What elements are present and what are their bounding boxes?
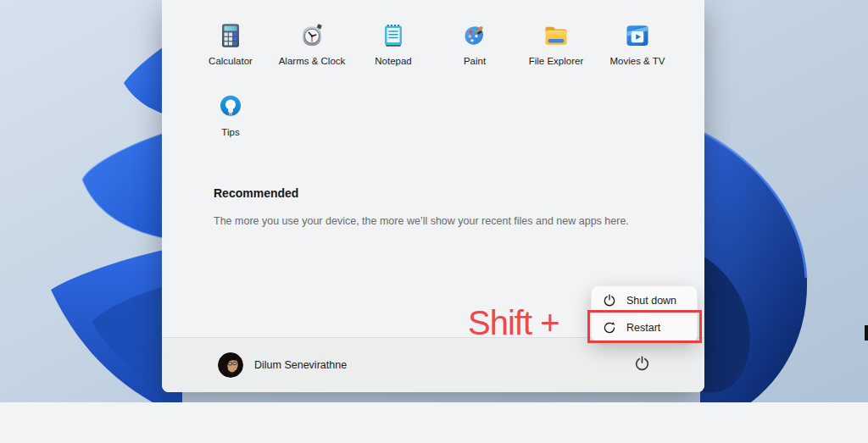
app-tile-alarms-clock[interactable]: Alarms & Clock [271, 19, 353, 90]
app-label: Movies & TV [597, 56, 678, 67]
desktop-screen: Calculator Alarms & Clock [0, 0, 868, 443]
cursor-artifact [865, 325, 868, 341]
notepad-icon [381, 23, 406, 48]
shut-down-label: Shut down [626, 295, 676, 307]
start-menu-user-bar: Dilum Senevirathne [162, 337, 704, 392]
recommended-empty-message: The more you use your device, the more w… [214, 215, 671, 227]
power-icon [634, 356, 650, 372]
app-tile-paint[interactable]: Paint [434, 19, 515, 90]
avatar-image [218, 352, 243, 378]
app-label: Tips [190, 127, 271, 138]
app-label: Notepad [353, 56, 434, 67]
app-label: Paint [434, 56, 515, 67]
user-account-button[interactable]: Dilum Senevirathne [208, 345, 357, 385]
app-tile-file-explorer[interactable]: File Explorer [515, 19, 597, 90]
app-tile-calculator[interactable]: Calculator [190, 19, 271, 90]
app-tile-tips[interactable]: Tips [190, 90, 271, 161]
power-icon [603, 294, 616, 307]
restart-highlight-box [587, 310, 702, 343]
recommended-section-title: Recommended [214, 186, 298, 200]
movies-tv-icon [625, 23, 650, 48]
power-button[interactable] [626, 348, 657, 379]
file-explorer-app-icon [543, 23, 569, 48]
paint-icon [462, 23, 487, 48]
app-label: Calculator [190, 56, 271, 67]
tips-icon [218, 94, 243, 119]
app-tile-notepad[interactable]: Notepad [353, 19, 434, 90]
user-avatar [218, 352, 243, 378]
shift-annotation-text: Shift + [468, 306, 559, 340]
app-label: File Explorer [515, 56, 597, 67]
taskbar: 10:24 PM 9/15/2021 2 [0, 402, 868, 443]
app-label: Alarms & Clock [271, 56, 353, 67]
calculator-icon [218, 23, 243, 48]
app-tile-movies-tv[interactable]: Movies & TV [597, 19, 678, 90]
user-name: Dilum Senevirathne [254, 359, 347, 371]
alarms-clock-icon [299, 23, 325, 48]
